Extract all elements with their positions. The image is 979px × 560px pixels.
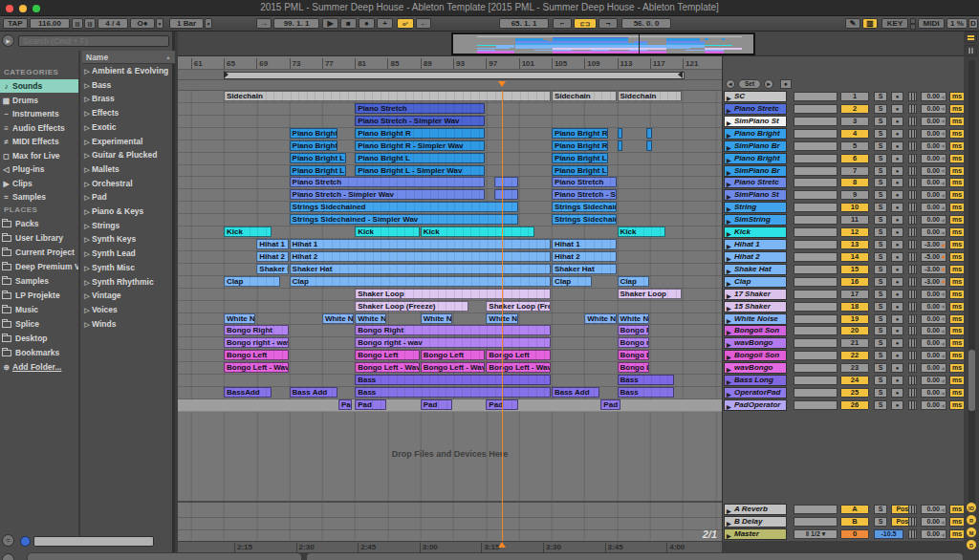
- arrangement-clip[interactable]: Piano Bright L: [290, 153, 346, 163]
- track-activator-button[interactable]: 15: [840, 265, 869, 274]
- track-header[interactable]: ▶Bongo# Son22S●0.00ms: [723, 350, 965, 362]
- arrangement-clip[interactable]: Sidechain: [552, 91, 617, 101]
- delay-ms-toggle[interactable]: ms: [949, 277, 965, 287]
- arrangement-clip[interactable]: Piano Bright R: [290, 128, 337, 139]
- arrangement-clip[interactable]: White Noise: [322, 313, 354, 324]
- loop-brace-row[interactable]: [178, 70, 722, 80]
- arrangement-clip[interactable]: Piano Bright R: [355, 128, 485, 139]
- arrangement-track-row[interactable]: Piano Stretch - Simpler WavPiano Stretch…: [178, 189, 722, 202]
- fold-track-icon[interactable]: ▶: [727, 229, 731, 238]
- delay-ms-toggle[interactable]: ms: [949, 265, 965, 274]
- expander-icon[interactable]: ▷: [82, 290, 92, 302]
- arrangement-track-row[interactable]: KickKickKickKick: [178, 226, 722, 239]
- search-input[interactable]: [18, 35, 169, 47]
- arrangement-clip[interactable]: White Noise: [421, 313, 452, 324]
- delay-ms-toggle[interactable]: ms: [949, 517, 965, 527]
- draw-mode-pencil-icon[interactable]: ✎: [845, 18, 860, 29]
- arrangement-clip[interactable]: Shaker Loop (Freeze): [486, 301, 551, 312]
- arrangement-clip[interactable]: [494, 177, 518, 187]
- track-activator-button[interactable]: 21: [840, 338, 869, 348]
- midi-overdub-button[interactable]: +: [377, 18, 393, 29]
- sidebar-item-bookmarks[interactable]: Bookmarks: [0, 346, 80, 359]
- track-delay-field[interactable]: 0.00: [921, 517, 946, 527]
- track-delay-field[interactable]: -5.00: [921, 252, 946, 262]
- sidebar-item-current-project[interactable]: Current Project: [0, 246, 80, 259]
- browser-bottom-toggle-icon[interactable]: [2, 553, 14, 560]
- list-item[interactable]: ▷Winds: [82, 317, 175, 331]
- solo-button[interactable]: S: [874, 117, 887, 126]
- solo-button[interactable]: S: [874, 252, 887, 262]
- arrangement-overview-minimap[interactable]: [451, 32, 755, 55]
- scrub-area[interactable]: [178, 80, 722, 91]
- track-activator-button[interactable]: 6: [840, 154, 869, 163]
- arrangement-clip[interactable]: Kick: [618, 226, 665, 237]
- expander-icon[interactable]: ▷: [82, 304, 92, 316]
- arrangement-track-row[interactable]: White NoiseWhite NoiseWhite NoiseWhite N…: [178, 313, 722, 326]
- delay-ms-toggle[interactable]: ms: [949, 388, 965, 398]
- expander-icon[interactable]: ▷: [82, 248, 92, 260]
- expander-icon[interactable]: ▷: [82, 276, 92, 289]
- list-item[interactable]: ▷Ambient & Evolving: [82, 64, 175, 77]
- delay-ms-toggle[interactable]: ms: [949, 104, 965, 114]
- device-view-panel-top[interactable]: [306, 552, 964, 560]
- arrangement-clip[interactable]: Strings Sidechained: [552, 214, 617, 225]
- arrangement-clip[interactable]: Piano Bright L: [290, 165, 346, 176]
- track-header[interactable]: ▶Shake Hat15S●-3.00ms: [723, 264, 965, 276]
- arm-button[interactable]: ●: [891, 302, 903, 312]
- track-header[interactable]: ▶wavBongo21S●0.00ms: [723, 337, 965, 350]
- arrangement-clip[interactable]: White Noise: [584, 313, 616, 324]
- overview-toggle-icon[interactable]: [965, 32, 977, 43]
- solo-button[interactable]: S: [874, 92, 887, 101]
- arrangement-clip[interactable]: Piano Stretch: [355, 103, 485, 114]
- track-header[interactable]: ▶Piano Bright4S●0.00ms: [723, 128, 965, 140]
- sidebar-item-samples[interactable]: ≈Samples: [0, 190, 80, 204]
- track-delay-field[interactable]: 0.00: [921, 203, 946, 212]
- arrangement-track-row[interactable]: BassBass: [178, 375, 722, 387]
- nudge-left-icon[interactable]: ◂: [726, 79, 735, 89]
- track-delay-field[interactable]: 0.00: [921, 388, 946, 398]
- arrangement-clip[interactable]: Kick: [421, 226, 534, 237]
- fold-track-icon[interactable]: ▶: [727, 506, 731, 515]
- solo-button[interactable]: S: [874, 400, 887, 410]
- arrangement-clip[interactable]: Clap: [224, 276, 280, 287]
- track-name-cell[interactable]: ▶Clap: [724, 276, 787, 288]
- list-item[interactable]: ▷Synth Misc: [82, 261, 175, 274]
- sidebar-item-instruments[interactable]: ~Instruments: [0, 107, 80, 120]
- track-activator-button[interactable]: 2: [840, 104, 869, 114]
- arrangement-clip[interactable]: Clap: [552, 276, 592, 287]
- track-activator-button[interactable]: 26: [840, 400, 869, 410]
- arrangement-track-row[interactable]: Piano Stretch: [178, 103, 722, 116]
- fold-track-icon[interactable]: ▶: [727, 242, 731, 250]
- computer-midi-keyboard-icon[interactable]: ▥: [862, 18, 878, 29]
- fold-track-icon[interactable]: ▶: [727, 118, 731, 127]
- fold-track-icon[interactable]: ▶: [727, 254, 731, 263]
- track-activator-button[interactable]: 0: [840, 529, 869, 539]
- preview-progress-bar[interactable]: [33, 536, 154, 547]
- track-delay-field[interactable]: 0.00: [921, 215, 946, 225]
- show-r-toggle[interactable]: R: [966, 514, 977, 526]
- fold-track-icon[interactable]: ▶: [727, 217, 731, 226]
- arrangement-clip[interactable]: Clap: [618, 276, 649, 287]
- arm-button[interactable]: ●: [891, 388, 903, 398]
- delay-ms-toggle[interactable]: ms: [949, 505, 965, 514]
- expander-icon[interactable]: ▷: [82, 93, 92, 105]
- expander-icon[interactable]: ▷: [82, 233, 92, 246]
- arrangement-clip[interactable]: Shaker Hat: [256, 264, 288, 274]
- beat-time-ruler[interactable]: 61656973778185899397101105109113117121: [178, 56, 722, 70]
- return-b-lane[interactable]: [178, 518, 722, 530]
- list-item[interactable]: ▷Bass: [82, 78, 175, 92]
- arrangement-track-row[interactable]: Piano Stretch - Simpler Wav: [178, 116, 722, 128]
- preview-play-icon[interactable]: [20, 536, 31, 547]
- track-name-cell[interactable]: ▶B Delay: [724, 516, 787, 528]
- browser-name-column-header[interactable]: Name▲: [82, 51, 175, 64]
- arrangement-clip[interactable]: Hihat 2: [290, 251, 551, 262]
- arrangement-clip[interactable]: White Noise: [224, 313, 255, 324]
- delay-ms-toggle[interactable]: ms: [949, 227, 965, 237]
- arrangement-track-row[interactable]: Piano Bright RPiano Bright R - Simpler W…: [178, 140, 722, 153]
- arrangement-clip[interactable]: Pad: [355, 399, 386, 410]
- fold-track-icon[interactable]: ▶: [727, 304, 731, 312]
- track-header[interactable]: ▶SimPiano St9S●0.00ms: [723, 189, 965, 202]
- list-item[interactable]: ▷Vintage: [82, 289, 175, 302]
- track-delay-field[interactable]: 0.00: [921, 117, 946, 126]
- list-item[interactable]: ▷Synth Keys: [82, 232, 175, 246]
